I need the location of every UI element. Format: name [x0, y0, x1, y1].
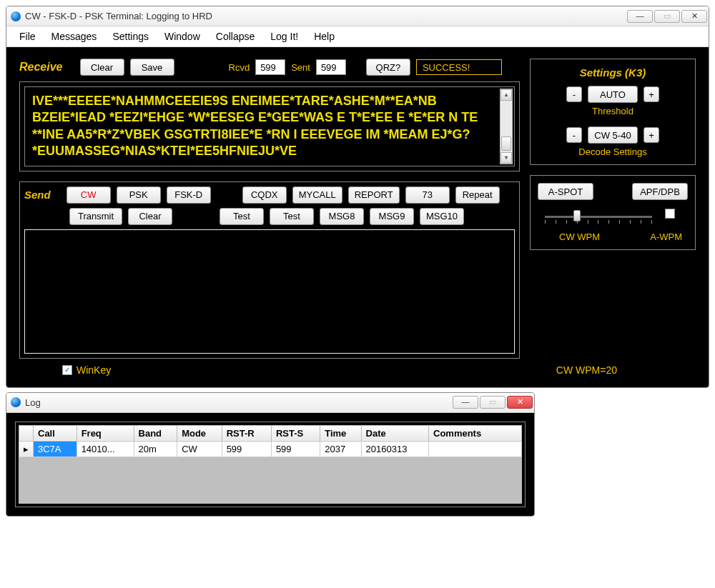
- macro-73-button[interactable]: 73: [405, 186, 450, 204]
- send-row2: Transmit Clear Test Test MSG8 MSG9 MSG10: [24, 208, 515, 225]
- winkey-checkbox[interactable]: ✓: [62, 365, 72, 375]
- cell-freq[interactable]: 14010...: [77, 441, 134, 457]
- a-wpm-checkbox[interactable]: [665, 209, 675, 219]
- threshold-button[interactable]: AUTO: [588, 86, 638, 103]
- log-maximize-button[interactable]: ▭: [480, 396, 506, 409]
- log-close-button[interactable]: ✕: [507, 396, 533, 409]
- log-app-icon: [11, 397, 21, 407]
- col-freq[interactable]: Freq: [77, 425, 134, 441]
- spot-row: A-SPOT APF/DPB: [538, 183, 688, 200]
- menu-logit[interactable]: Log It!: [270, 31, 298, 42]
- macro-cqdx-button[interactable]: CQDX: [242, 186, 287, 204]
- send-textarea[interactable]: [24, 229, 515, 354]
- receive-clear-button[interactable]: Clear: [80, 59, 124, 76]
- rcvd-input[interactable]: 599: [255, 59, 285, 75]
- log-window-title: Log: [25, 397, 453, 408]
- settings-title: Settings (K3): [538, 66, 688, 79]
- send-clear-button[interactable]: Clear: [128, 208, 172, 225]
- cw-wpm-slider[interactable]: [545, 207, 652, 226]
- receive-save-button[interactable]: Save: [130, 59, 174, 76]
- cell-comments[interactable]: [429, 441, 522, 457]
- col-call[interactable]: Call: [34, 425, 77, 441]
- col-comments[interactable]: Comments: [429, 425, 522, 441]
- send-label: Send: [24, 189, 51, 201]
- macro-msg9-button[interactable]: MSG9: [370, 208, 414, 225]
- cell-band[interactable]: 20m: [134, 441, 177, 457]
- log-table[interactable]: Call Freq Band Mode RST-R RST-S Time Dat…: [19, 425, 522, 457]
- macro-report-button[interactable]: REPORT: [348, 186, 400, 204]
- sent-input[interactable]: 599: [316, 59, 346, 75]
- row-handle[interactable]: ▸: [19, 441, 34, 457]
- macro-test1-button[interactable]: Test: [220, 208, 264, 225]
- threshold-label: Threshold: [538, 106, 688, 116]
- cell-call[interactable]: 3C7A: [34, 441, 77, 457]
- log-minimize-button[interactable]: —: [453, 396, 478, 409]
- settings-panel: Settings (K3) - AUTO + Threshold - CW 5-…: [530, 59, 696, 165]
- maximize-button[interactable]: ▭: [654, 10, 680, 23]
- menubar: File Messages Settings Window Collapse L…: [6, 26, 709, 47]
- decode-button[interactable]: CW 5-40: [588, 126, 638, 144]
- col-rstr[interactable]: RST-R: [222, 425, 271, 441]
- cell-time[interactable]: 2037: [320, 441, 361, 457]
- col-date[interactable]: Date: [361, 425, 428, 441]
- decode-minus-button[interactable]: -: [566, 127, 582, 143]
- minimize-button[interactable]: —: [627, 10, 653, 23]
- sent-label: Sent: [291, 62, 310, 73]
- macro-msg8-button[interactable]: MSG8: [320, 208, 364, 225]
- log-titlebar: Log — ▭ ✕: [6, 393, 534, 413]
- scroll-down-icon[interactable]: ▾: [500, 152, 512, 164]
- scroll-thumb[interactable]: [501, 136, 511, 151]
- mode-cw-button[interactable]: CW: [66, 186, 111, 204]
- cw-wpm-label: CW WPM: [559, 231, 600, 242]
- log-header-row: Call Freq Band Mode RST-R RST-S Time Dat…: [19, 425, 522, 441]
- footer: ✓ WinKey CW WPM=20: [19, 359, 696, 377]
- transmit-button[interactable]: Transmit: [69, 208, 122, 225]
- menu-settings[interactable]: Settings: [112, 31, 149, 42]
- threshold-row: - AUTO +: [538, 86, 688, 103]
- macro-repeat-button[interactable]: Repeat: [455, 186, 500, 204]
- receive-frame: IVE***EEEEE*NAHMMCEEEIE9S ENEIMEE*TARE*A…: [19, 81, 520, 171]
- mode-psk-button[interactable]: PSK: [117, 186, 161, 204]
- receive-text: IVE***EEEEE*NAHMMCEEEIE9S ENEIMEE*TARE*A…: [32, 93, 507, 160]
- send-row1: Send CW PSK FSK-D CQDX MYCALL REPORT 73 …: [24, 186, 515, 204]
- aspot-button[interactable]: A-SPOT: [538, 183, 593, 200]
- rcvd-label: Rcvd: [229, 62, 250, 73]
- macro-msg10-button[interactable]: MSG10: [420, 208, 464, 225]
- a-wpm-label: A-WPM: [650, 231, 682, 242]
- scroll-up-icon[interactable]: ▴: [500, 89, 512, 101]
- col-mode[interactable]: Mode: [177, 425, 222, 441]
- mode-fskd-button[interactable]: FSK-D: [167, 186, 211, 204]
- menu-messages[interactable]: Messages: [51, 31, 97, 42]
- receive-textarea[interactable]: IVE***EEEEE*NAHMMCEEEIE9S ENEIMEE*TARE*A…: [24, 86, 515, 166]
- menu-window[interactable]: Window: [164, 31, 200, 42]
- log-panel: Call Freq Band Mode RST-R RST-S Time Dat…: [6, 413, 534, 516]
- menu-file[interactable]: File: [19, 31, 36, 42]
- cell-rsts[interactable]: 599: [271, 441, 320, 457]
- col-rsts[interactable]: RST-S: [271, 425, 320, 441]
- send-frame: Send CW PSK FSK-D CQDX MYCALL REPORT 73 …: [19, 181, 520, 359]
- menu-help[interactable]: Help: [314, 31, 335, 42]
- cell-date[interactable]: 20160313: [361, 441, 428, 457]
- decode-row: - CW 5-40 +: [538, 126, 688, 144]
- qrz-button[interactable]: QRZ?: [366, 59, 410, 76]
- macro-mycall-button[interactable]: MYCALL: [292, 186, 342, 204]
- close-button[interactable]: ✕: [681, 10, 707, 23]
- col-band[interactable]: Band: [134, 425, 177, 441]
- col-time[interactable]: Time: [320, 425, 361, 441]
- main-titlebar: CW - FSK-D - PSK Terminal: Logging to HR…: [6, 6, 709, 26]
- threshold-plus-button[interactable]: +: [644, 86, 659, 102]
- apf-button[interactable]: APF/DPB: [632, 183, 688, 200]
- log-rowhead: [19, 425, 34, 441]
- macro-test2-button[interactable]: Test: [270, 208, 314, 225]
- table-row[interactable]: ▸ 3C7A 14010... 20m CW 599 599 2037 2016…: [19, 441, 522, 457]
- receive-scrollbar[interactable]: ▴ ▾: [500, 89, 513, 164]
- menu-collapse[interactable]: Collapse: [216, 31, 255, 42]
- winkey-label: WinKey: [77, 364, 111, 376]
- cell-mode[interactable]: CW: [177, 441, 222, 457]
- threshold-minus-button[interactable]: -: [566, 86, 582, 102]
- qrz-status: SUCCESS!: [416, 59, 502, 75]
- cell-rstr[interactable]: 599: [222, 441, 271, 457]
- decode-plus-button[interactable]: +: [644, 127, 659, 143]
- wpm-panel: A-SPOT APF/DPB: [530, 175, 696, 250]
- wpm-status: CW WPM=20: [556, 364, 617, 376]
